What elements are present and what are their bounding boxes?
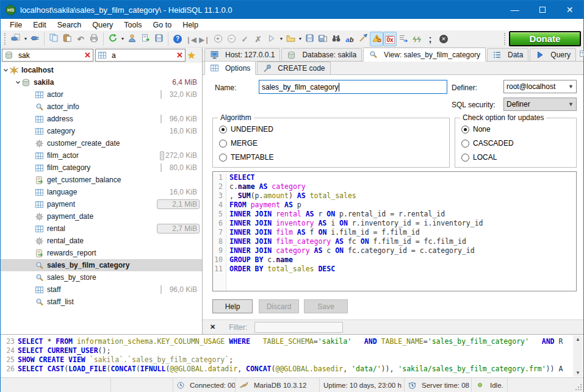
dropdown-arrow-icon[interactable]: ▼ (298, 37, 303, 41)
radio-check-option-cascaded[interactable]: CASCADED (461, 139, 570, 148)
save-blob-button[interactable] (152, 32, 165, 46)
tree-item-get_customer_balance[interactable]: get_customer_balance (1, 174, 202, 186)
tree-item-sakila[interactable]: sakila6,4 MiB (1, 76, 202, 88)
cancel-editing-button[interactable]: ✗ (251, 32, 265, 46)
resize-grip[interactable] (575, 383, 582, 391)
chevron-down-icon[interactable] (2, 68, 9, 73)
user-manager-button[interactable] (125, 32, 139, 46)
donate-button[interactable]: Donate (509, 31, 581, 46)
filter-input[interactable] (254, 322, 343, 333)
favorites-star-icon[interactable]: ★ (187, 50, 195, 61)
radio-algorithm-merge[interactable]: MERGE (219, 139, 443, 148)
tree-item-staff_list[interactable]: staff_list (1, 296, 202, 308)
radio-algorithm-temptable[interactable]: TEMPTABLE (219, 153, 443, 162)
tab-create-code[interactable]: CREATE code (257, 62, 330, 74)
new-query-tab-button[interactable] (580, 50, 584, 59)
clear-table-filter-icon[interactable]: ✕ (176, 51, 183, 60)
save-sql-button[interactable] (303, 32, 316, 46)
help-button[interactable]: ? (171, 32, 184, 46)
clear-database-filter-icon[interactable]: ✕ (84, 51, 91, 60)
first-record-button[interactable]: ❘◀ (184, 32, 198, 46)
delimiter-button[interactable]: ; (424, 32, 437, 46)
post-changes-button[interactable]: ✓ (238, 32, 251, 46)
view-name-input[interactable]: sales_by_film_category (259, 80, 447, 94)
table-filter-input[interactable]: a ✕ (95, 49, 186, 62)
last-record-button[interactable]: ▶❘ (198, 32, 211, 46)
delete-row-button[interactable]: − (225, 32, 238, 46)
undo-button[interactable]: ↶ (74, 32, 87, 46)
sql-security-dropdown[interactable]: Definer ▼ (503, 98, 577, 111)
tree-item-actor[interactable]: actor32,0 KiB (1, 88, 202, 101)
tab-query[interactable]: Query (530, 48, 576, 61)
maximize-button[interactable] (528, 1, 556, 19)
tree-item-sales_by_film_category[interactable]: sales_by_film_category (1, 259, 202, 271)
tab-label: Query (550, 51, 571, 59)
tab-database-sakila[interactable]: Database: sakila (281, 48, 362, 61)
menu-query[interactable]: Query (87, 20, 118, 30)
discard-button[interactable]: Discard (259, 299, 299, 313)
tree-item-localhost[interactable]: localhost (1, 64, 202, 76)
view-select-sql-editor[interactable]: 1SELECT2c.name AS category3, SUM(p.amoun… (212, 171, 577, 291)
tab-data[interactable]: Data (487, 48, 528, 61)
export-database-button[interactable] (139, 32, 152, 46)
tree-item-staff[interactable]: staff96,0 KiB (1, 283, 202, 296)
tree-item-payment_date[interactable]: payment_date (1, 210, 202, 223)
find-text-button[interactable] (330, 32, 343, 46)
tree-item-language[interactable]: language16,0 KiB (1, 186, 202, 198)
copy-button[interactable] (47, 32, 60, 46)
refresh-button[interactable] (106, 32, 120, 46)
scroll-down-icon[interactable]: ▼ (575, 370, 580, 376)
menu-go-to[interactable]: Go to (148, 20, 178, 30)
tree-item-rental_date[interactable]: rental_date (1, 235, 202, 247)
database-filter-input[interactable]: sak ✕ (2, 49, 93, 62)
close-filter-icon[interactable]: ✕ (210, 323, 215, 331)
menu-tools[interactable]: Tools (118, 20, 147, 30)
tab-options[interactable]: Options (204, 61, 256, 75)
tree-item-address[interactable]: address96,0 KiB (1, 113, 202, 125)
tree-item-film_category[interactable]: film_category80,0 KiB (1, 162, 202, 174)
paste-button[interactable] (60, 32, 74, 46)
menu-edit[interactable]: Edit (27, 20, 52, 30)
menu-search[interactable]: Search (52, 20, 87, 30)
insert-row-button[interactable]: + (211, 32, 225, 46)
dropdown-arrow-icon[interactable]: ▼ (120, 37, 125, 41)
radio-check-option-local[interactable]: LOCAL (461, 153, 570, 162)
help-button[interactable]: Help (212, 299, 253, 313)
tree-item-sales_by_store[interactable]: sales_by_store (1, 271, 202, 283)
disconnect-button[interactable] (28, 32, 41, 46)
tree-item-rental[interactable]: rental2,7 MiB (1, 223, 202, 235)
hex-view-toggle-button[interactable]: 0x (383, 32, 397, 46)
reformat-sql-button[interactable] (356, 32, 370, 46)
tab-host-127-0-0-1[interactable]: Host: 127.0.0.1 (204, 48, 280, 61)
kill-query-button[interactable]: ϟϟ (410, 32, 424, 46)
execute-sql-button[interactable] (265, 32, 278, 46)
tree-item-payment[interactable]: payment2,1 MiB (1, 198, 202, 210)
blob-warning-toggle-button[interactable] (370, 32, 383, 46)
menu-help[interactable]: Help (177, 20, 204, 30)
save-sql-as-button[interactable] (316, 32, 330, 46)
menu-file[interactable]: File (4, 20, 27, 30)
stop-load-button[interactable]: ✕ (437, 32, 450, 46)
tree-item-actor_info[interactable]: actor_info (1, 101, 202, 113)
save-button[interactable]: Save (304, 299, 348, 313)
dropdown-arrow-icon[interactable]: ▼ (23, 37, 28, 41)
replace-text-button[interactable]: ab (343, 32, 356, 46)
radio-check-option-none[interactable]: None (461, 125, 570, 134)
tree-item-rewards_report[interactable]: rewards_report (1, 247, 202, 259)
tree-item-category[interactable]: category16,0 KiB (1, 125, 202, 137)
session-manager-button[interactable] (9, 32, 23, 46)
tab-view-sales-by-film-category[interactable]: View: sales_by_film_category (363, 48, 486, 62)
minimize-button[interactable]: — (501, 1, 528, 19)
close-button[interactable]: ✕ (556, 1, 583, 19)
indent-button[interactable] (397, 32, 410, 46)
chevron-down-icon[interactable] (14, 80, 21, 85)
print-button[interactable] (87, 32, 101, 46)
tree-item-customer_create_date[interactable]: customer_create_date (1, 137, 202, 149)
radio-algorithm-undefined[interactable]: UNDEFINED (219, 125, 443, 134)
dropdown-arrow-icon[interactable]: ▼ (279, 37, 284, 41)
load-sql-file-button[interactable] (284, 32, 297, 46)
tree-item-film_actor[interactable]: film_actor272,0 KiB (1, 149, 202, 162)
log-scrollbar[interactable]: ▲ ▼ (573, 335, 583, 377)
scroll-up-icon[interactable]: ▲ (575, 337, 580, 342)
definer-combobox[interactable]: root@localhost ▼ (503, 80, 577, 93)
